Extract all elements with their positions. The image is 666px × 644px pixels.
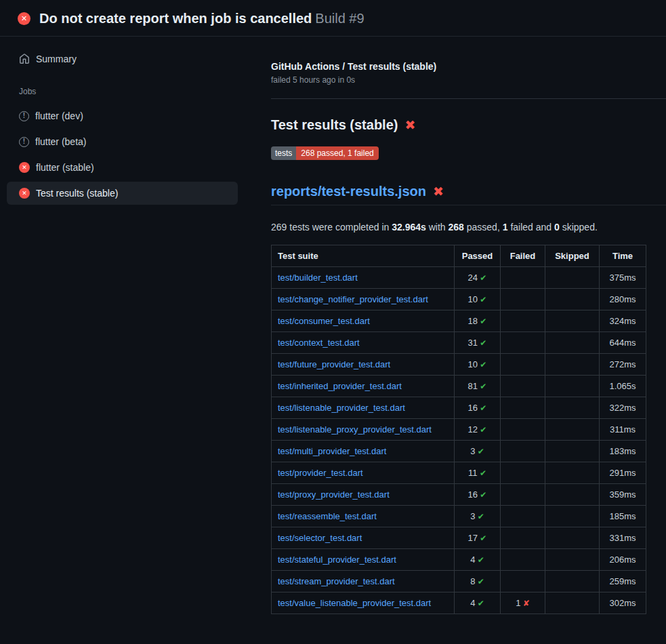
suite-link[interactable]: test/inherited_provider_test.dart [278,381,402,391]
failed-cell [501,267,545,289]
jobs-list: !flutter (dev)!flutter (beta)✕flutter (s… [7,104,238,205]
failed-cell [501,484,545,506]
build-number: Build #9 [315,11,364,26]
time-cell: 331ms [600,527,646,549]
table-row: test/stateful_provider_test.dart4 ✔206ms [272,549,646,571]
suite-link[interactable]: test/consumer_test.dart [278,316,370,326]
time-value: 311ms [610,424,636,435]
x-icon: ✘ [520,599,529,608]
time-value: 331ms [609,533,636,543]
jobs-section-label: Jobs [7,87,238,99]
x-glyph: ✕ [21,15,27,22]
time-cell: 185ms [600,506,646,527]
check-title-text: Test results (stable) [271,117,398,133]
time-cell: 1.065s [600,376,646,397]
tests-badge: tests 268 passed, 1 failed [271,146,379,160]
failed-cell [501,441,545,462]
suite-link[interactable]: test/provider_test.dart [278,468,363,478]
skipped-cell [545,462,600,484]
failed-x-icon: ✖ [404,119,415,132]
breadcrumb: GitHub Actions / Test results (stable) [271,61,666,72]
time-cell: 311ms [600,419,646,441]
check-icon: ✔ [478,360,486,369]
passed-cell: 10 ✔ [455,289,501,310]
results-table: Test suitePassedFailedSkippedTime test/b… [271,245,646,614]
sidebar-job-flutter-dev[interactable]: !flutter (dev) [7,104,238,127]
suite-link[interactable]: test/multi_provider_test.dart [278,446,386,456]
suite-cell: test/builder_test.dart [272,267,455,289]
skipped-cell [545,419,600,441]
skipped-cell [545,549,600,571]
suite-link[interactable]: test/proxy_provider_test.dart [278,489,390,500]
passed-cell: 4 ✔ [455,549,501,571]
suite-link[interactable]: test/listenable_proxy_provider_test.dart [278,424,432,435]
check-icon: ✔ [478,534,486,543]
passed-cell: 31 ✔ [455,332,501,354]
time-value: 291ms [609,468,636,478]
suite-link[interactable]: test/builder_test.dart [278,273,358,283]
passed-count: 10 [468,359,478,369]
suite-cell: test/stream_provider_test.dart [272,571,455,592]
failed-cell [501,549,545,571]
suite-link[interactable]: test/value_listenable_provider_test.dart [278,598,431,608]
table-row: test/proxy_provider_test.dart16 ✔359ms [272,484,646,506]
skipped-cell [545,289,600,310]
passed-cell: 4 ✔ [455,592,501,614]
failed-cell [501,376,545,397]
suite-link[interactable]: test/stream_provider_test.dart [278,576,395,586]
suite-link[interactable]: test/stateful_provider_test.dart [278,555,396,565]
summary-text: 269 tests were completed in [271,222,392,233]
summary-text: passed, [464,222,503,233]
sidebar-summary-label: Summary [36,54,77,64]
check-icon: ✔ [478,403,486,413]
passed-cell: 8 ✔ [455,571,501,592]
table-row: test/reassemble_test.dart3 ✔185ms [272,506,646,527]
passed-cell: 10 ✔ [455,354,501,376]
skipped-cell [545,592,600,614]
column-header-time: Time [600,245,646,267]
time-value: 359ms [609,489,636,500]
suite-cell: test/provider_test.dart [272,462,455,484]
time-cell: 375ms [600,267,646,289]
check-icon: ✔ [478,273,486,283]
check-run-title: Do not create report when job is cancell… [39,11,312,26]
failed-cell [501,419,545,441]
table-row: test/multi_provider_test.dart3 ✔183ms [272,441,646,462]
suite-link[interactable]: test/change_notifier_provider_test.dart [278,294,428,304]
failed-cell: 1 ✘ [501,592,545,614]
report-link[interactable]: reports/test-results.json [271,183,426,199]
failed-cell [501,462,545,484]
time-value: 280ms [609,294,636,304]
job-label: flutter (dev) [35,110,83,121]
sidebar-job-flutter-stable[interactable]: ✕flutter (stable) [7,156,238,179]
summary-number: 0 [554,222,560,233]
passed-count: 81 [468,381,478,391]
suite-link[interactable]: test/context_test.dart [278,338,360,348]
column-header-test-suite: Test suite [272,245,455,267]
summary-text: skipped. [560,222,598,233]
time-value: 183ms [609,446,636,456]
suite-link[interactable]: test/reassemble_test.dart [278,511,377,521]
sidebar-job-test-results-stable[interactable]: ✕Test results (stable) [7,182,238,205]
app: ✕ Do not create report when job is cance… [0,0,666,614]
sidebar-item-summary[interactable]: Summary [7,47,238,71]
sidebar-job-flutter-beta[interactable]: !flutter (beta) [7,130,238,153]
passed-count: 24 [468,273,478,283]
failed-cell [501,571,545,592]
passed-count: 12 [468,424,478,435]
check-icon: ✔ [478,295,486,304]
time-cell: 324ms [600,310,646,332]
time-cell: 322ms [600,397,646,419]
failed-status-icon: ✕ [18,12,30,25]
suite-cell: test/context_test.dart [272,332,455,354]
report-title: reports/test-results.json ✖ [271,183,666,205]
summary-number: 268 [449,222,464,233]
suite-link[interactable]: test/future_provider_test.dart [278,359,390,369]
time-value: 375ms [609,273,636,283]
passed-cell: 3 ✔ [455,441,501,462]
suite-link[interactable]: test/listenable_provider_test.dart [278,403,405,413]
failed-cell [501,527,545,549]
suite-link[interactable]: test/selector_test.dart [278,533,362,543]
failed-cell [501,310,545,332]
passed-count: 10 [468,294,478,304]
